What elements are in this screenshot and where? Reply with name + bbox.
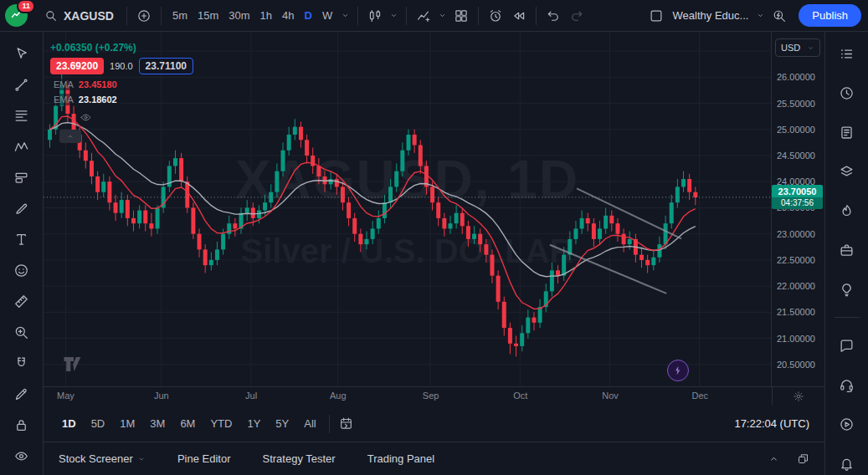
indicators-icon[interactable] bbox=[413, 5, 434, 27]
price-axis[interactable]: USD 23.70050 04:37:56 26.0000025.5000025… bbox=[772, 32, 824, 386]
tab-label: Pine Editor bbox=[177, 452, 231, 465]
price-axis-label: 21.00000 bbox=[777, 334, 815, 344]
lightning-badge[interactable] bbox=[667, 360, 689, 381]
timeframe-4h[interactable]: 4h bbox=[277, 5, 299, 26]
cursor-tool-icon[interactable] bbox=[7, 42, 37, 65]
timeframe-5m[interactable]: 5m bbox=[167, 5, 193, 26]
news-icon[interactable] bbox=[832, 120, 862, 144]
range-3m[interactable]: 3M bbox=[143, 413, 172, 434]
emoji-tool-icon[interactable] bbox=[7, 258, 37, 282]
panel-maximize-icon[interactable] bbox=[797, 452, 809, 465]
zoom-tool-icon[interactable] bbox=[7, 320, 37, 344]
tradingview-app: 11 XAGUSD 5m15m30m1h4hDW Wealthy Educ...… bbox=[0, 0, 868, 475]
time-axis-months[interactable]: MayJunJulAugSepOctNovDec bbox=[44, 387, 772, 405]
range-1m[interactable]: 1M bbox=[113, 413, 141, 434]
timeframe-15m[interactable]: 15m bbox=[193, 5, 223, 26]
tab-trading-panel[interactable]: Trading Panel bbox=[367, 452, 434, 465]
hotlists-icon[interactable] bbox=[832, 199, 862, 222]
alert-icon[interactable] bbox=[485, 5, 506, 27]
clock[interactable]: 17:22:04 (UTC) bbox=[734, 417, 813, 430]
time-axis-label: Jul bbox=[245, 391, 257, 401]
shows-icon[interactable] bbox=[832, 412, 862, 436]
timeframe-menu-chevron-icon[interactable] bbox=[339, 9, 352, 22]
trend-line-tool-icon[interactable] bbox=[7, 73, 37, 96]
range-6m[interactable]: 6M bbox=[173, 413, 202, 434]
tab-strategy-tester[interactable]: Strategy Tester bbox=[262, 452, 335, 465]
currency-dropdown[interactable]: USD bbox=[775, 38, 820, 57]
range-1y[interactable]: 1Y bbox=[240, 413, 267, 434]
draw-tool-icon[interactable] bbox=[7, 382, 37, 406]
object-tree-icon[interactable] bbox=[832, 160, 862, 183]
chevron-down-icon bbox=[807, 44, 814, 52]
publish-button[interactable]: Publish bbox=[799, 4, 861, 27]
bottom-panel-tabs: Stock ScreenerPine EditorStrategy Tester… bbox=[44, 442, 824, 475]
chat-icon[interactable] bbox=[832, 334, 862, 357]
lock-all-tool-icon[interactable] bbox=[7, 413, 37, 437]
watchlist-icon[interactable] bbox=[832, 42, 862, 65]
help-icon[interactable] bbox=[832, 373, 862, 396]
range-ytd[interactable]: YTD bbox=[203, 413, 239, 434]
tab-label: Strategy Tester bbox=[262, 452, 335, 465]
legend-collapse-button[interactable] bbox=[59, 130, 81, 143]
pattern-tool-icon[interactable] bbox=[7, 135, 37, 158]
chart-settings-icon[interactable] bbox=[793, 391, 804, 402]
range-5d[interactable]: 5D bbox=[85, 413, 112, 434]
brush-tool-icon[interactable] bbox=[7, 197, 37, 220]
indicator-name: EMA bbox=[54, 94, 74, 105]
go-to-date-icon[interactable] bbox=[336, 413, 357, 434]
range-1d[interactable]: 1D bbox=[55, 413, 83, 434]
redo-icon[interactable] bbox=[566, 5, 588, 27]
time-axis-label: Oct bbox=[513, 391, 527, 401]
layout-preview-icon bbox=[645, 5, 667, 27]
buy-ask-price[interactable]: 23.71100 bbox=[139, 58, 193, 74]
bar-replay-icon[interactable] bbox=[508, 5, 530, 27]
undo-icon[interactable] bbox=[542, 5, 564, 27]
layout-grid-icon[interactable] bbox=[450, 5, 472, 27]
symbol-name: XAGUSD bbox=[64, 9, 114, 23]
timeframe-30m[interactable]: 30m bbox=[223, 5, 254, 26]
chart-type-icon[interactable] bbox=[364, 5, 386, 27]
compare-add-icon[interactable] bbox=[133, 5, 155, 27]
sell-bid-price[interactable]: 23.69200 bbox=[50, 58, 104, 74]
drawing-toolbar bbox=[0, 32, 44, 475]
right-sidebar bbox=[824, 32, 868, 475]
chart-type-chevron-icon[interactable] bbox=[388, 9, 400, 22]
top-toolbar: 11 XAGUSD 5m15m30m1h4hDW Wealthy Educ...… bbox=[0, 0, 868, 32]
alerts-icon[interactable] bbox=[832, 81, 862, 105]
magnet-tool-icon[interactable] bbox=[7, 351, 37, 375]
notifications-icon[interactable] bbox=[832, 452, 862, 475]
app-logo[interactable]: 11 bbox=[5, 4, 28, 27]
fib-retracement-tool-icon[interactable] bbox=[7, 104, 37, 127]
text-tool-icon[interactable] bbox=[7, 227, 37, 251]
chart-plot[interactable]: XAGUSD, 1D Silver / U.S. DOLLAR +0.06350… bbox=[44, 32, 772, 386]
range-5y[interactable]: 5Y bbox=[269, 413, 295, 434]
tab-pine-editor[interactable]: Pine Editor bbox=[177, 452, 231, 465]
panel-expand-icon[interactable] bbox=[768, 452, 780, 465]
ema-legend-row[interactable]: EMA23.18602 bbox=[50, 94, 121, 105]
ema-legend-row[interactable]: EMA23.45180 bbox=[50, 79, 121, 90]
indicator-visibility-icon[interactable] bbox=[78, 110, 94, 125]
range-all[interactable]: All bbox=[297, 413, 322, 434]
layout-chevron-icon[interactable] bbox=[754, 9, 767, 22]
hide-all-tool-icon[interactable] bbox=[7, 444, 37, 467]
toolbar-divider bbox=[329, 415, 330, 433]
tab-stock-screener[interactable]: Stock Screener bbox=[59, 452, 146, 465]
indicator-legend: EMA23.45180EMA23.18602 bbox=[50, 79, 121, 105]
timeframe-d[interactable]: D bbox=[300, 5, 317, 26]
time-axis[interactable]: MayJunJulAugSepOctNovDec bbox=[44, 386, 824, 405]
layout-selector[interactable]: Wealthy Educ... bbox=[645, 5, 768, 27]
timeframe-1h[interactable]: 1h bbox=[255, 5, 277, 26]
currency-value: USD bbox=[781, 43, 800, 53]
toolbar-divider bbox=[406, 7, 407, 25]
symbol-search-button[interactable]: XAGUSD bbox=[38, 6, 121, 26]
price-axis-label: 22.50000 bbox=[777, 255, 815, 265]
timeframe-w[interactable]: W bbox=[317, 5, 337, 26]
position-tool-icon[interactable] bbox=[7, 166, 37, 189]
quick-search-icon[interactable] bbox=[768, 5, 790, 27]
measure-tool-icon[interactable] bbox=[7, 289, 37, 313]
paper-trading-icon[interactable] bbox=[832, 238, 862, 262]
layout-name: Wealthy Educ... bbox=[673, 9, 749, 22]
spread-value: 190.0 bbox=[110, 61, 133, 71]
ideas-icon[interactable] bbox=[832, 278, 862, 301]
indicators-chevron-icon[interactable] bbox=[436, 9, 449, 22]
